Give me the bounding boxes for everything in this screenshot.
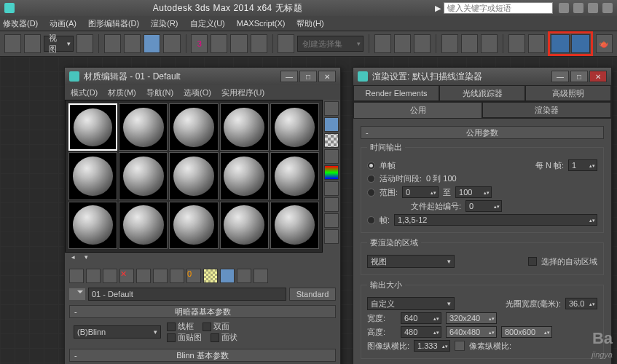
- mirror-button[interactable]: [374, 34, 391, 53]
- area-dropdown[interactable]: 视图: [367, 255, 455, 268]
- preset-640x480-button[interactable]: 640x480: [446, 326, 497, 338]
- redo-button[interactable]: [24, 34, 41, 53]
- me-menu-material[interactable]: 材质(M): [108, 87, 136, 98]
- snap-3-button[interactable]: 3: [191, 34, 208, 53]
- go-to-parent-icon[interactable]: [237, 269, 251, 283]
- play-icon[interactable]: ▶: [435, 4, 441, 13]
- show-map-icon[interactable]: [203, 269, 218, 283]
- render-production-button[interactable]: [551, 34, 570, 53]
- options-icon[interactable]: [324, 197, 339, 212]
- material-id-icon[interactable]: 0: [186, 269, 201, 283]
- material-slot-6[interactable]: [68, 152, 117, 199]
- material-slot-1[interactable]: [68, 103, 117, 151]
- lock-aspect-icon[interactable]: [455, 341, 465, 351]
- tab-common[interactable]: 公用: [353, 102, 482, 118]
- preset-320x240-button[interactable]: 320x240: [446, 312, 497, 324]
- curve-editor-button[interactable]: [441, 34, 458, 53]
- render-setup-button[interactable]: [508, 34, 525, 53]
- material-editor-button[interactable]: [481, 34, 498, 53]
- select-by-material-icon[interactable]: [324, 213, 339, 228]
- favorites-icon[interactable]: [573, 3, 583, 13]
- me-menu-navigation[interactable]: 导航(N): [146, 87, 173, 98]
- common-params-header[interactable]: 公用参数: [361, 126, 604, 139]
- rendered-frame-button[interactable]: [528, 34, 545, 53]
- material-slot-5[interactable]: [270, 103, 319, 151]
- height-spinner[interactable]: 480: [401, 326, 441, 338]
- menu-rendering[interactable]: 渲染(R): [151, 18, 178, 29]
- single-frame-radio[interactable]: [367, 162, 375, 170]
- select-rotate-button[interactable]: [144, 34, 160, 53]
- material-slot-12[interactable]: [119, 202, 168, 249]
- width-spinner[interactable]: 640: [401, 312, 441, 324]
- image-aspect-spinner[interactable]: 1.333: [414, 340, 450, 352]
- named-selection-button[interactable]: [278, 34, 294, 53]
- reference-coord-dropdown[interactable]: 视图: [44, 36, 74, 52]
- tab-renderer[interactable]: 渲染器: [482, 102, 611, 118]
- render-settings-titlebar[interactable]: 渲染设置: 默认扫描线渲染器 — □ ✕: [353, 68, 611, 85]
- tab-raytracer[interactable]: 光线跟踪器: [439, 85, 525, 101]
- percent-snap-button[interactable]: [230, 34, 247, 53]
- sample-uv-icon[interactable]: [324, 149, 339, 164]
- binoculars-icon[interactable]: [559, 3, 569, 13]
- render-iterative-button[interactable]: [571, 34, 590, 53]
- reset-map-icon[interactable]: ✕: [119, 269, 134, 283]
- select-scale-button[interactable]: [163, 34, 180, 53]
- tab-advanced-lighting[interactable]: 高级照明: [525, 85, 611, 101]
- minimize-button[interactable]: —: [280, 71, 298, 82]
- named-selection-set-dropdown[interactable]: 创建选择集: [297, 36, 363, 52]
- faceted-checkbox[interactable]: [211, 333, 219, 342]
- menu-animation[interactable]: 动画(A): [50, 18, 76, 29]
- material-slot-4[interactable]: [220, 103, 269, 151]
- material-slot-15[interactable]: [270, 202, 319, 249]
- pivot-button[interactable]: [76, 34, 93, 53]
- auto-region-checkbox[interactable]: [528, 257, 537, 266]
- undo-button[interactable]: [4, 34, 21, 53]
- tab-render-elements[interactable]: Render Elements: [353, 85, 439, 101]
- pick-material-icon[interactable]: [69, 288, 85, 300]
- material-slot-10[interactable]: [270, 152, 319, 199]
- put-to-library-icon[interactable]: [170, 269, 184, 283]
- menu-maxscript[interactable]: MAXScript(X): [237, 19, 286, 28]
- shader-type-dropdown[interactable]: (B)Blinn: [74, 325, 161, 339]
- help-search-input[interactable]: [444, 2, 553, 14]
- assign-to-selection-icon[interactable]: [103, 269, 117, 283]
- scroll-down-icon[interactable]: ▾: [81, 253, 91, 261]
- schematic-view-button[interactable]: [461, 34, 478, 53]
- make-preview-icon[interactable]: [324, 181, 339, 196]
- make-copy-icon[interactable]: [136, 269, 151, 283]
- menu-modifier[interactable]: 修改器(D): [3, 18, 38, 29]
- make-unique-icon[interactable]: [153, 269, 168, 283]
- select-move-button[interactable]: [124, 34, 141, 53]
- output-size-dropdown[interactable]: 自定义: [367, 297, 455, 310]
- close-button[interactable]: ✕: [318, 71, 336, 82]
- active-segment-radio[interactable]: [367, 175, 375, 183]
- range-to-spinner[interactable]: 100: [455, 186, 492, 198]
- shader-basic-params-header[interactable]: 明暗器基本参数: [69, 305, 336, 318]
- backlight-icon[interactable]: [324, 117, 339, 132]
- me-menu-utilities[interactable]: 实用程序(U): [221, 87, 264, 98]
- preset-800x600-button[interactable]: 800x600: [501, 326, 552, 338]
- maximize-button[interactable]: □: [299, 71, 317, 82]
- material-slot-2[interactable]: [119, 103, 168, 151]
- two-sided-checkbox[interactable]: [203, 323, 211, 331]
- frames-input[interactable]: 1,3,5-12: [394, 214, 597, 226]
- material-editor-titlebar[interactable]: 材质编辑器 - 01 - Default — □ ✕: [65, 68, 340, 85]
- teapot-render-button[interactable]: 🫖: [596, 34, 613, 53]
- menu-customize[interactable]: 自定义(U): [190, 18, 225, 29]
- sample-type-icon[interactable]: [324, 101, 339, 116]
- material-type-button[interactable]: Standard: [289, 288, 336, 301]
- material-slot-11[interactable]: [68, 202, 117, 249]
- material-name-dropdown[interactable]: 01 - Default: [88, 288, 286, 301]
- align-button[interactable]: [394, 34, 411, 53]
- material-slot-14[interactable]: [220, 202, 269, 249]
- scroll-left-icon[interactable]: ◂: [68, 253, 78, 261]
- file-start-spinner[interactable]: 0: [465, 200, 502, 212]
- select-object-button[interactable]: [104, 34, 121, 53]
- face-map-checkbox[interactable]: [167, 333, 176, 342]
- aperture-spinner[interactable]: 36.0: [565, 298, 597, 309]
- material-slot-8[interactable]: [169, 152, 218, 199]
- blinn-basic-params-header[interactable]: Blinn 基本参数: [69, 349, 336, 362]
- range-radio[interactable]: [367, 189, 375, 197]
- video-color-icon[interactable]: [324, 165, 339, 180]
- put-to-scene-icon[interactable]: [86, 269, 101, 283]
